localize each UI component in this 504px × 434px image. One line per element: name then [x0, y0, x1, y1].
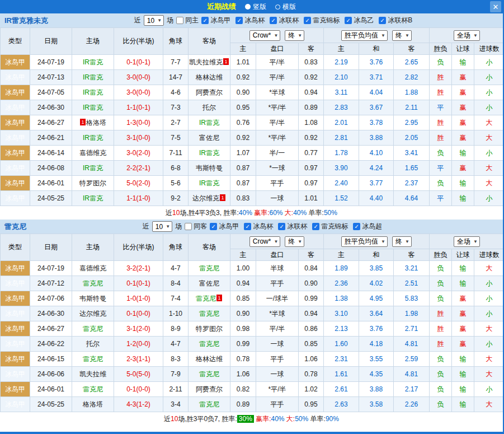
same-side-filter[interactable]: 同主: [176, 16, 199, 25]
league-filter-item[interactable]: ✓冰岛甲: [210, 222, 239, 231]
league-filter-item[interactable]: ✓雷克锦标: [304, 16, 340, 25]
result-cell: 胜: [430, 306, 452, 321]
league-filter-item[interactable]: ✓冰岛超: [353, 222, 382, 231]
ah-line-cell: 平/半: [256, 55, 299, 70]
odds-source-select[interactable]: Crow*▼: [249, 236, 281, 247]
match-row: 冰岛甲24-06-14嘉德维克3-0(2-0)7-11IR雷克1.07半/一0.…: [1, 146, 504, 161]
horizontal-layout-radio[interactable]: 横版: [275, 2, 296, 12]
col-type: 类型: [1, 234, 30, 261]
summary-part: 60%: [269, 209, 282, 217]
ah-home-odds-cell: 0.92: [230, 130, 256, 146]
league-filter-item[interactable]: ✓冰联杯: [270, 16, 299, 25]
checkbox-checked-icon[interactable]: ✓: [278, 223, 285, 230]
checkbox-checked-icon[interactable]: ✓: [353, 223, 360, 230]
eu-final-select[interactable]: 终▼: [392, 30, 412, 41]
close-button[interactable]: ✕: [490, 1, 501, 12]
eu-draw-odds-cell: 3.78: [359, 115, 394, 130]
league-cell: 冰岛甲: [1, 100, 30, 115]
ah-away-odds-cell: 0.97: [299, 161, 324, 176]
corners-cell: 3-4: [163, 397, 189, 412]
league-filter-label: 冰岛乙: [354, 16, 374, 25]
league-filter-item[interactable]: ✓冰岛杯: [235, 16, 265, 25]
home-team-cell: 雷克尼: [72, 352, 114, 367]
league-filter-item[interactable]: ✓冰联杯: [278, 222, 307, 231]
ah-line-cell: 平/半: [256, 115, 299, 130]
league-filter-item[interactable]: ✓冰联杯B: [379, 16, 412, 25]
europe-odds-select[interactable]: 胜平负均值▼: [341, 30, 388, 41]
home-team-cell: 格洛塔: [72, 397, 114, 412]
ah-line-cell: 半球: [256, 261, 299, 276]
col-ah-away: 客: [299, 43, 324, 55]
league-cell: 冰岛甲: [1, 276, 30, 291]
home-team-cell: 1格洛塔: [72, 115, 114, 130]
ah-home-odds-cell: 1.07: [230, 146, 256, 161]
league-filter-item[interactable]: ✓冰岛甲: [201, 16, 230, 25]
checkbox-checked-icon[interactable]: ✓: [201, 17, 209, 24]
match-row: 冰岛甲24-07-12雷克尼0-1(0-1)8-4富佐尼0.94平手0.902.…: [1, 276, 504, 291]
eu-home-odds-cell: 3.90: [324, 161, 359, 176]
away-team-name: 富佐尼: [199, 134, 219, 142]
window-title: 近期战绩: [207, 2, 236, 12]
home-team-cell: IR雷克: [72, 100, 114, 115]
checkbox-checked-icon[interactable]: ✓: [235, 17, 243, 24]
summary-part: 赢率:: [254, 414, 271, 424]
same-side-filter[interactable]: 同客: [185, 222, 207, 231]
europe-odds-select[interactable]: 胜平负均值▼: [341, 236, 388, 247]
eu-home-odds-cell: 2.83: [324, 100, 359, 115]
home-team-name: 韦斯特曼: [79, 295, 106, 302]
goals-result-cell: 小: [474, 85, 504, 100]
eu-final-select[interactable]: 终▼: [392, 236, 412, 247]
summary-line: 近10场,胜4平3负3, 胜率:40% 赢率:60% 大:40% 单率:50%: [0, 206, 503, 220]
chevron-down-icon: ▼: [298, 33, 302, 38]
goals-result-cell: 大: [474, 115, 504, 130]
checkbox-checked-icon[interactable]: ✓: [270, 17, 277, 24]
league-filter-label: 雷克锦标: [321, 222, 348, 231]
checkbox-checked-icon[interactable]: ✓: [210, 223, 217, 230]
score-cell: 0-1(0-1): [114, 55, 163, 70]
games-label: 场: [175, 222, 182, 231]
ah-final-select[interactable]: 终▼: [285, 30, 304, 41]
result-cell: 平: [430, 100, 452, 115]
eu-away-odds-cell: 3.21: [394, 261, 430, 276]
away-team-cell: 雷克尼1: [189, 291, 230, 306]
eu-away-odds-cell: 2.65: [394, 55, 430, 70]
eu-away-odds-cell: 4.81: [394, 367, 430, 382]
checkbox-checked-icon[interactable]: ✓: [304, 17, 311, 24]
goals-result-cell: 小: [474, 337, 504, 352]
eu-home-odds-cell: 2.61: [324, 382, 359, 397]
radio-unselected-icon: [275, 4, 280, 10]
eu-away-odds-cell: 1.98: [394, 306, 430, 321]
checkbox-checked-icon[interactable]: ✓: [379, 17, 386, 24]
checkbox-unchecked-icon[interactable]: [176, 17, 183, 24]
corners-cell: 7-9: [163, 367, 189, 382]
scope-select[interactable]: 全场▼: [454, 30, 480, 41]
eu-home-odds-cell: 1.60: [324, 337, 359, 352]
eu-away-odds-cell: 2.37: [394, 176, 430, 191]
match-count-select[interactable]: 10 ▼: [152, 221, 172, 232]
ah-final-select[interactable]: 终▼: [285, 236, 304, 247]
away-team-name: 雷克尼: [196, 295, 216, 302]
league-filter-item[interactable]: ✓冰岛乙: [345, 16, 374, 25]
eu-draw-odds-cell: 4.18: [359, 337, 394, 352]
match-row: 冰岛甲24-05-25格洛塔4-3(1-2)3-4雷克尼0.89平手0.952.…: [1, 397, 504, 412]
date-cell: 24-07-13: [30, 70, 72, 85]
summary-part: 赢率:: [252, 208, 270, 218]
checkbox-checked-icon[interactable]: ✓: [312, 223, 319, 230]
league-filter-item[interactable]: ✓冰岛杯: [244, 222, 273, 231]
away-team-cell: 格林达维: [189, 70, 230, 85]
vertical-layout-radio[interactable]: 竖版: [245, 2, 266, 12]
eu-home-odds-cell: 2.36: [324, 276, 359, 291]
league-filter-item[interactable]: ✓雷克锦标: [312, 222, 348, 231]
checkbox-unchecked-icon[interactable]: [185, 223, 192, 230]
league-filter-label: 冰联杯: [279, 16, 299, 25]
odds-source-select[interactable]: Crow*▼: [249, 30, 281, 41]
eu-away-odds-cell: 2.59: [394, 352, 430, 367]
league-cell: 冰岛甲: [1, 161, 30, 176]
scope-select[interactable]: 全场▼: [454, 236, 480, 247]
checkbox-checked-icon[interactable]: ✓: [345, 17, 352, 24]
section-header: IR雷克雅未克 近 10 ▼ 场 同主 ✓冰岛甲✓冰岛杯✓冰联杯✓雷克锦标✓冰岛…: [0, 13, 503, 27]
checkbox-checked-icon[interactable]: ✓: [244, 223, 251, 230]
match-count-select[interactable]: 10 ▼: [144, 15, 164, 26]
ah-line-cell: 平/半: [256, 70, 299, 85]
ah-away-odds-cell: 0.85: [299, 337, 324, 352]
